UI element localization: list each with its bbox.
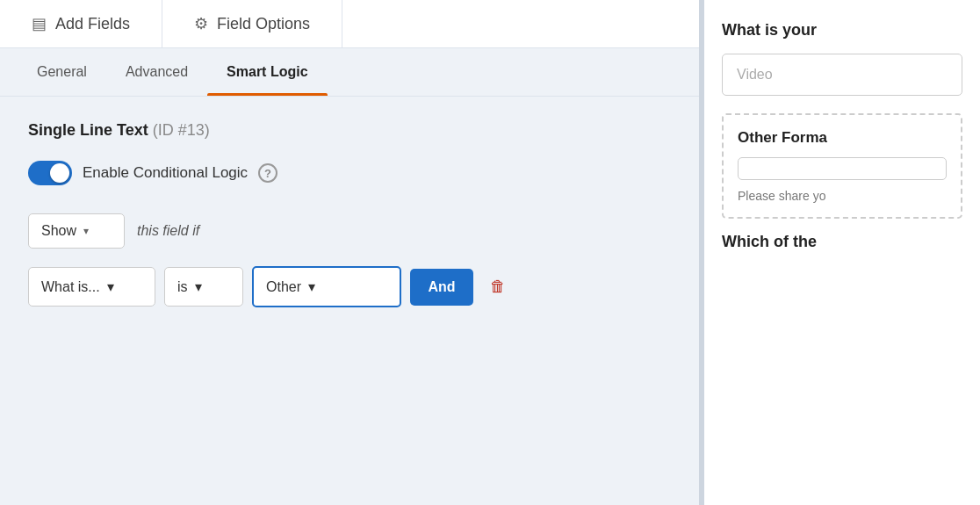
sub-tabs: General Advanced Smart Logic	[0, 48, 699, 97]
content-area: Single Line Text (ID #13) Enable Conditi…	[0, 97, 699, 505]
this-field-text: this field if	[137, 223, 199, 239]
field-title: Single Line Text (ID #13)	[28, 121, 671, 140]
field-id: (ID #13)	[153, 121, 210, 139]
conditional-logic-toggle[interactable]	[28, 161, 72, 185]
and-button[interactable]: And	[410, 269, 473, 306]
right-share-text: Please share yo	[738, 189, 947, 203]
help-icon[interactable]: ?	[258, 163, 277, 183]
conditional-label: Enable Conditional Logic	[83, 164, 248, 182]
right-format-box: Other Forma Please share yo	[722, 113, 962, 219]
field-options-label: Field Options	[217, 15, 310, 33]
header-tabs: ▤ Add Fields ⚙ Field Options	[0, 0, 699, 48]
add-fields-icon: ▤	[32, 14, 47, 33]
tab-general[interactable]: General	[18, 48, 106, 96]
right-format-title: Other Forma	[738, 129, 947, 147]
tab-smart-logic[interactable]: Smart Logic	[207, 48, 327, 96]
show-dropdown[interactable]: Show ▾	[28, 213, 125, 249]
right-video-input[interactable]: Video	[722, 54, 962, 96]
condition-row-2: What is... ▾ is ▾ Other ▾ And 🗑	[28, 266, 671, 307]
add-fields-label: Add Fields	[55, 15, 130, 33]
show-chevron-icon: ▾	[83, 225, 89, 237]
right-panel: What is your Video Other Forma Please sh…	[703, 0, 980, 505]
right-question: What is your	[722, 21, 962, 40]
is-dropdown[interactable]: is ▾	[164, 267, 243, 307]
field-options-tab[interactable]: ⚙ Field Options	[162, 0, 342, 47]
tab-advanced[interactable]: Advanced	[106, 48, 207, 96]
condition-row-1: Show ▾ this field if	[28, 213, 671, 249]
toggle-knob	[50, 163, 69, 183]
other-dropdown[interactable]: Other ▾	[252, 266, 401, 307]
conditional-logic-row: Enable Conditional Logic ?	[28, 161, 671, 185]
what-is-dropdown[interactable]: What is... ▾	[28, 267, 155, 307]
right-format-input[interactable]	[738, 157, 947, 180]
add-fields-tab[interactable]: ▤ Add Fields	[0, 0, 162, 47]
field-options-icon: ⚙	[194, 14, 208, 33]
what-is-chevron-icon: ▾	[107, 278, 114, 295]
other-chevron-icon: ▾	[308, 278, 315, 295]
is-chevron-icon: ▾	[195, 278, 202, 295]
delete-condition-icon[interactable]: 🗑	[482, 271, 514, 303]
right-which: Which of the	[722, 233, 962, 251]
